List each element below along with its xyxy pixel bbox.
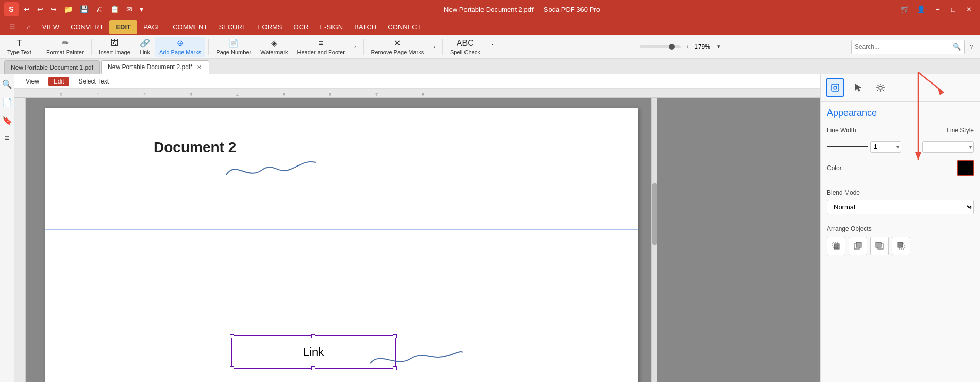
arrange-section: Arrange Objects bbox=[827, 225, 974, 255]
handle-tc[interactable] bbox=[311, 334, 315, 338]
draw-line-2 bbox=[365, 343, 468, 374]
spell-check-btn[interactable]: ABC Spell Check bbox=[446, 37, 485, 57]
page-number-btn[interactable]: 📄 Page Number bbox=[212, 37, 255, 57]
chevron-left-btn[interactable]: ‹ bbox=[350, 37, 360, 57]
tab-doc1[interactable]: New Portable Document 1.pdf bbox=[4, 60, 100, 74]
watermark-btn[interactable]: ◈ Watermark bbox=[256, 37, 292, 57]
menu-view[interactable]: VIEW bbox=[37, 21, 64, 33]
bring-to-front-icon bbox=[832, 241, 841, 251]
add-page-marks-btn[interactable]: ⊕ Add Page Marks bbox=[155, 37, 205, 57]
divider-2 bbox=[827, 220, 974, 220]
settings-icon bbox=[875, 82, 886, 93]
line-width-select-wrapper: 1 2 3 4 bbox=[870, 141, 901, 153]
document-canvas[interactable]: Document 2 Link bbox=[14, 98, 820, 382]
vertical-scrollbar[interactable] bbox=[651, 98, 657, 382]
appearance-icon bbox=[830, 82, 840, 93]
link-btn[interactable]: 🔗 Link bbox=[136, 37, 154, 57]
close-btn[interactable]: ✕ bbox=[961, 2, 976, 16]
svg-point-2 bbox=[879, 86, 882, 89]
type-text-btn[interactable]: T Type Text bbox=[3, 37, 36, 57]
undo-btn[interactable]: ↩ bbox=[35, 4, 45, 14]
chevron-right-btn[interactable]: › bbox=[429, 37, 439, 57]
insert-image-btn[interactable]: 🖼 Insert Image bbox=[95, 37, 135, 57]
svg-rect-6 bbox=[856, 242, 861, 247]
send-backward-btn[interactable] bbox=[870, 237, 889, 255]
maximize-btn[interactable]: □ bbox=[946, 2, 960, 16]
tab-doc2-close[interactable]: ✕ bbox=[196, 64, 203, 71]
handle-tl[interactable] bbox=[230, 334, 234, 338]
menu-ocr[interactable]: OCR bbox=[289, 21, 314, 33]
app-icon: S bbox=[4, 2, 19, 16]
blend-mode-select[interactable]: Normal Multiply Screen Overlay Darken Li… bbox=[827, 200, 974, 214]
menu-forms[interactable]: FORMS bbox=[253, 21, 288, 33]
quick-save-btn[interactable]: ↩ bbox=[22, 4, 32, 14]
send-to-back-btn[interactable] bbox=[892, 237, 910, 255]
save-btn[interactable]: 💾 bbox=[78, 4, 91, 14]
right-panel-header bbox=[821, 74, 980, 102]
header-footer-btn[interactable]: ≡ Header and Footer bbox=[293, 37, 349, 57]
sidebar-search-icon[interactable]: 🔍 bbox=[0, 77, 14, 91]
type-text-icon: T bbox=[17, 39, 22, 48]
sidebar-page-icon[interactable]: 📄 bbox=[0, 95, 14, 109]
appearance-panel-btn[interactable] bbox=[826, 78, 844, 97]
search-input[interactable] bbox=[855, 43, 951, 51]
zoom-dropdown-btn[interactable]: ▾ bbox=[715, 40, 722, 54]
window-title: New Portable Document 2.pdf — Soda PDF 3… bbox=[148, 6, 895, 13]
cart-icon[interactable]: 🛒 bbox=[899, 4, 911, 14]
redo-btn[interactable]: ↪ bbox=[48, 4, 59, 14]
view-mode-btn[interactable]: View bbox=[21, 77, 44, 86]
bring-to-front-btn[interactable] bbox=[827, 237, 845, 255]
divider-1 bbox=[827, 184, 974, 184]
sidebar-filter-icon[interactable]: ≡ bbox=[3, 131, 11, 145]
print-btn[interactable]: 🖨 bbox=[94, 4, 105, 14]
zoom-slider[interactable] bbox=[640, 45, 681, 48]
menu-batch[interactable]: BATCH bbox=[349, 21, 381, 33]
handle-bc[interactable] bbox=[311, 366, 315, 370]
more-btn[interactable]: ▾ bbox=[138, 4, 145, 14]
toolbar-divider-1 bbox=[39, 39, 39, 55]
menu-home[interactable]: ⌂ bbox=[22, 21, 36, 33]
interactions-panel-btn[interactable] bbox=[849, 78, 867, 97]
select-text-btn[interactable]: Select Text bbox=[73, 77, 113, 86]
handle-tr[interactable] bbox=[393, 334, 397, 338]
menu-convert[interactable]: CONVERT bbox=[65, 21, 108, 33]
menu-comment[interactable]: COMMENT bbox=[168, 21, 212, 33]
open-btn[interactable]: 📁 bbox=[62, 4, 75, 14]
bring-forward-btn[interactable] bbox=[849, 237, 867, 255]
email-btn[interactable]: ✉ bbox=[124, 4, 135, 14]
menu-connect[interactable]: CONNECT bbox=[383, 21, 426, 33]
remove-page-marks-btn[interactable]: ✕ Remove Page Marks bbox=[367, 37, 428, 57]
scrollbar-thumb[interactable] bbox=[652, 183, 657, 245]
svg-rect-0 bbox=[832, 84, 839, 91]
menu-edit[interactable]: EDIT bbox=[109, 20, 137, 34]
handle-bl[interactable] bbox=[230, 366, 234, 370]
bring-forward-icon bbox=[853, 241, 862, 251]
help-btn[interactable]: ? bbox=[966, 37, 977, 57]
search-icon[interactable]: 🔍 bbox=[953, 43, 961, 51]
edit-mode-btn[interactable]: Edit bbox=[48, 77, 70, 86]
draw-line-1 bbox=[221, 155, 324, 186]
menu-secure[interactable]: SECURE bbox=[213, 21, 252, 33]
more-toolbar-btn[interactable]: ⋮ bbox=[486, 37, 500, 57]
tab-doc2[interactable]: New Portable Document 2.pdf* ✕ bbox=[101, 60, 209, 74]
line-controls-row: 1 2 3 4 ───── - - - - · · · · bbox=[827, 141, 974, 153]
zoom-out-btn[interactable]: − bbox=[628, 40, 637, 54]
search-bar: 🔍 bbox=[851, 40, 965, 54]
color-swatch[interactable] bbox=[957, 160, 974, 176]
format-painter-btn[interactable]: ✏ Format Painter bbox=[42, 37, 88, 57]
line-width-select[interactable]: 1 2 3 4 bbox=[870, 141, 901, 153]
settings-panel-btn[interactable] bbox=[871, 78, 890, 97]
menu-page[interactable]: PAGE bbox=[138, 21, 167, 33]
sidebar-bookmark-icon[interactable]: 🔖 bbox=[0, 113, 14, 127]
user-icon[interactable]: 👤 bbox=[915, 4, 927, 14]
header-footer-icon: ≡ bbox=[319, 39, 323, 48]
minimize-btn[interactable]: − bbox=[931, 2, 945, 16]
zoom-in-btn[interactable]: + bbox=[683, 40, 692, 54]
line-style-select[interactable]: ───── - - - - · · · · bbox=[922, 141, 974, 153]
send-backward-icon bbox=[875, 241, 884, 251]
stamp-btn[interactable]: 📋 bbox=[108, 4, 121, 14]
menu-esign[interactable]: E-SIGN bbox=[314, 21, 348, 33]
menu-hamburger[interactable]: ☰ bbox=[4, 21, 21, 33]
svg-rect-8 bbox=[876, 242, 881, 247]
canvas-area: View Edit Select Text 0 1 2 3 4 5 6 7 8 bbox=[14, 74, 820, 382]
